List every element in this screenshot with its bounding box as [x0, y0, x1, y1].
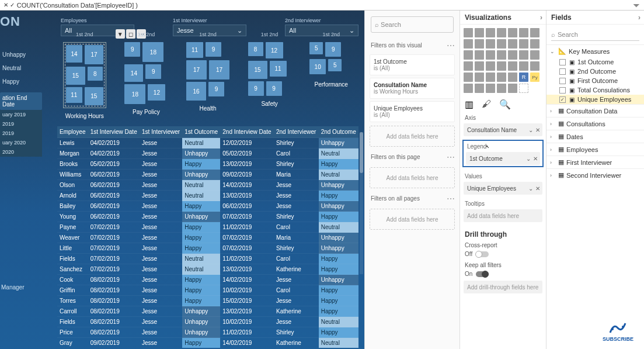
filter-card[interactable]: Unique Employeesis (All): [370, 101, 455, 122]
viz-type-icon[interactable]: [486, 28, 495, 37]
chevron-down-icon[interactable]: ⌄: [528, 127, 533, 133]
viz-type-icon[interactable]: [497, 84, 506, 93]
filters-page-dropzone[interactable]: Add data fields here: [370, 167, 455, 188]
table-row[interactable]: Payne07/02/2019JesseHappy11/02/2019Carol…: [57, 222, 358, 233]
treemap[interactable]: 1191717169: [186, 42, 229, 101]
table-employees[interactable]: ›▦Employees: [546, 143, 644, 156]
table-header[interactable]: Employee: [57, 126, 88, 138]
tooltips-well[interactable]: Add data fields here: [464, 209, 542, 222]
viz-type-icon[interactable]: [486, 72, 495, 82]
table-row[interactable]: Brooks05/02/2019JesseHappy13/02/2019Shir…: [57, 159, 358, 170]
treemap[interactable]: 9181491812: [124, 42, 168, 104]
checkbox[interactable]: [559, 68, 566, 75]
filter-card[interactable]: 1st Outcomeis (All): [370, 54, 455, 75]
field-unique-employees[interactable]: ▣Unique Employees: [546, 95, 644, 104]
table-row[interactable]: Carroll08/02/2019JesseUnhappy13/02/2019K…: [57, 306, 358, 317]
treemap-cell[interactable]: 12: [148, 84, 165, 101]
treemap-cell[interactable]: 14: [66, 45, 83, 63]
chevron-down-icon[interactable]: ⌄: [528, 185, 533, 192]
viz-type-icon[interactable]: [464, 28, 473, 37]
viz-type-icon[interactable]: [497, 50, 506, 60]
table-header[interactable]: 1st Interviewer: [140, 126, 182, 138]
viz-type-icon[interactable]: [475, 28, 484, 37]
table-row[interactable]: Arnold06/02/2019JesseNeutral13/02/2019Je…: [57, 191, 358, 201]
more-icon[interactable]: ⋯: [447, 153, 455, 162]
table-dates[interactable]: ›▦Dates: [546, 130, 644, 143]
cross-report-toggle[interactable]: Off: [465, 251, 541, 257]
viz-type-icon[interactable]: [464, 39, 473, 49]
more-icon[interactable]: ⋯: [447, 41, 455, 50]
table-row[interactable]: Morgan04/02/2019JesseUnhappy05/02/2019Ca…: [57, 148, 358, 159]
table-header[interactable]: 2nd Interview Date: [220, 126, 274, 138]
table-scrollbar[interactable]: [360, 132, 363, 274]
treemap[interactable]: 812151199: [248, 42, 291, 96]
fields-header[interactable]: Fields›: [546, 11, 644, 25]
treemap-cell[interactable]: 11: [186, 42, 203, 58]
table-row[interactable]: Sanchez07/02/2019JesseNeutral13/02/2019K…: [57, 264, 358, 275]
treemap-cell[interactable]: 5: [328, 59, 342, 71]
treemap-cell[interactable]: 17: [85, 45, 103, 64]
treemap-cell[interactable]: 18: [124, 84, 145, 104]
treemap-cell[interactable]: 9: [248, 81, 264, 96]
remove-icon[interactable]: ✕: [535, 185, 540, 192]
chart-performance[interactable]: 1st 2nd59105Performance: [304, 32, 358, 118]
more-icon[interactable]: ⋯: [447, 194, 455, 203]
treemap-cell[interactable]: 11: [270, 61, 287, 77]
viz-type-icon[interactable]: [519, 61, 528, 71]
viz-type-icon[interactable]: [497, 39, 506, 49]
filters-search-input[interactable]: ⌕ Search: [371, 16, 454, 33]
viz-type-icon[interactable]: [475, 61, 484, 71]
filters-all-dropzone[interactable]: Add data fields here: [370, 209, 455, 230]
treemap-cell[interactable]: 15: [66, 67, 85, 85]
filter-card[interactable]: Consultation Nameis Working Hours: [370, 78, 455, 99]
viz-type-icon[interactable]: [508, 72, 517, 82]
viz-type-icon[interactable]: [486, 50, 495, 60]
drill-through-well[interactable]: Add drill-through fields here: [464, 281, 542, 293]
viz-type-icon[interactable]: [530, 39, 539, 49]
treemap-cell[interactable]: 16: [186, 82, 206, 101]
viz-type-icon[interactable]: [475, 84, 484, 93]
chevron-down-icon[interactable]: ⌄: [526, 156, 531, 162]
formula-dropdown-icon[interactable]: ⏷: [632, 1, 640, 10]
treemap[interactable]: 14171581115: [63, 42, 106, 108]
fields-search-input[interactable]: ⌕ Search: [551, 28, 639, 41]
table-row[interactable]: Young06/02/2019JesseUnhappy07/02/2019Shi…: [57, 212, 358, 222]
viz-type-icon[interactable]: [464, 61, 473, 71]
chart-safety[interactable]: 1st 2nd812151199Safety: [242, 32, 297, 118]
treemap-cell[interactable]: 15: [85, 87, 103, 105]
values-well[interactable]: Unique Employees⌄✕: [464, 182, 542, 195]
table-row[interactable]: Cook08/02/2019JesseHappy14/02/2019JesseU…: [57, 275, 358, 285]
date-filter[interactable]: ation End Date uary 201920192019uary 202…: [0, 92, 42, 157]
formula-bar[interactable]: ✕ ✓ COUNT('Consultation Data'[EmployeeID…: [0, 0, 644, 11]
field-first-outcome[interactable]: ▣First Outcome: [546, 76, 644, 85]
table-row[interactable]: Griffin08/02/2019JesseHappy10/02/2019Car…: [57, 285, 358, 296]
table-header[interactable]: 2nd Interviewer: [274, 126, 319, 138]
treemap-cell[interactable]: 17: [186, 60, 207, 80]
viz-type-icon[interactable]: [530, 61, 539, 71]
viz-type-icon[interactable]: [497, 61, 506, 71]
table-header[interactable]: 2nd Outcome: [319, 126, 358, 138]
viz-type-icon[interactable]: [475, 50, 484, 60]
table-row[interactable]: Fields08/02/2019JesseUnhappy10/02/2019Je…: [57, 317, 358, 327]
format-tab-icon[interactable]: 🖌: [482, 99, 491, 110]
table-consultations[interactable]: ›▦Consultations: [546, 118, 644, 130]
viz-type-icon[interactable]: [508, 50, 517, 60]
viz-type-icon[interactable]: [508, 39, 517, 49]
treemap[interactable]: 59105: [309, 42, 353, 77]
legend-well[interactable]: 1st Outcome⌄✕: [466, 152, 540, 165]
table-row[interactable]: Torres08/02/2019JesseHappy15/02/2019Jess…: [57, 296, 358, 306]
field-format-tabs[interactable]: ▥ 🖌 🔍: [460, 96, 546, 112]
analytics-tab-icon[interactable]: 🔍: [499, 99, 511, 110]
date-option[interactable]: uary 2019: [0, 110, 42, 119]
viz-type-icon[interactable]: [486, 39, 495, 49]
treemap-cell[interactable]: 11: [66, 87, 82, 103]
treemap-cell[interactable]: 14: [124, 64, 143, 82]
treemap-cell[interactable]: 8: [88, 67, 103, 81]
checkbox[interactable]: [559, 96, 566, 103]
chart-health[interactable]: 1st 2nd1191717169Health: [180, 32, 235, 118]
table-header[interactable]: 1st Outcome: [182, 126, 220, 138]
checkbox[interactable]: [559, 87, 566, 94]
table-row[interactable]: Bailey06/02/2019JesseHappy06/02/2019Jess…: [57, 201, 358, 212]
viz-type-icon[interactable]: [519, 39, 528, 49]
table-row[interactable]: Olson06/02/2019JesseNeutral14/02/2019Jes…: [57, 180, 358, 191]
